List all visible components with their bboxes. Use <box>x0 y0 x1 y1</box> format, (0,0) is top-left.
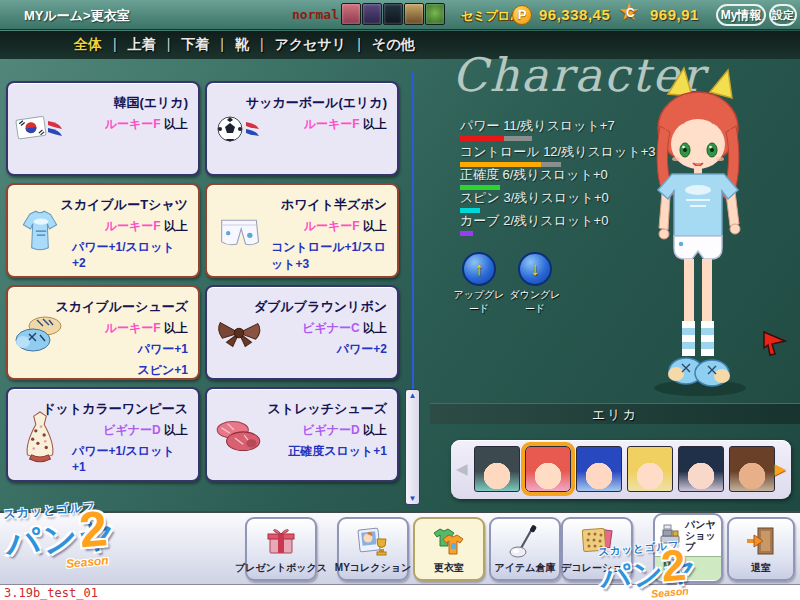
down-arrow-icon: ↓ <box>518 252 552 286</box>
bottom-navigation-bar: プレゼントボックス MYコレクション <box>0 511 800 584</box>
item-stats: コントロール+1/スロット+3 <box>271 239 387 270</box>
version-label: 3.19b_test_01 <box>4 586 98 600</box>
blue-shoes-icon <box>11 303 69 363</box>
collection-icon <box>355 524 391 562</box>
wardrobe-screen: MYルーム>更衣室 normal セミプロA P 96,338,45 ★C 96… <box>0 0 800 600</box>
item-title: ダブルブラウンリボン <box>254 298 387 316</box>
gift-icon <box>263 524 299 562</box>
item-list: 韓国(エリカ) ルーキーF 以上 サッカーボール(エリカ) ルーキーF 以上 <box>6 81 402 482</box>
strip-right-arrow-icon[interactable]: ▶ <box>774 460 786 478</box>
character-name-bar: エリカ <box>430 403 800 424</box>
breadcrumb: MYルーム>更衣室 <box>24 7 130 25</box>
tab-shoes[interactable]: 靴 <box>209 36 249 54</box>
exit-button[interactable]: 退室 <box>727 517 795 581</box>
avatar-bird-mascot <box>404 3 424 25</box>
top-status-bar: MYルーム>更衣室 normal セミプロA P 96,338,45 ★C 96… <box>0 0 800 30</box>
tab-all[interactable]: 全体 <box>74 36 102 54</box>
avatar-melon-mascot <box>425 3 445 25</box>
avatar-pink-girl <box>341 3 361 25</box>
character-thumb[interactable] <box>729 446 775 492</box>
item-card-stretch-shoes[interactable]: ストレッチシューズ ビギナーD 以上 正確度スロット+1 <box>205 387 399 482</box>
item-rank-requirement: ルーキーF 以上 <box>105 116 188 133</box>
item-stats: パワー+1/スロット+1 <box>72 443 188 474</box>
item-card-skyblue-shoes[interactable]: スカイブルーシューズ ルーキーF 以上 パワー+1 スピン+1 <box>6 285 200 380</box>
up-arrow-icon: ↑ <box>462 252 496 286</box>
downgrade-button[interactable]: ↓ ダウングレード <box>506 252 564 316</box>
item-card-dot-dress[interactable]: ドットカラーワンピース ビギナーD 以上 パワー+1/スロット+1 <box>6 387 200 482</box>
scroll-up-icon[interactable]: ▲ <box>407 391 418 400</box>
red-shoes-icon <box>210 405 268 465</box>
my-info-button[interactable]: My情報 <box>716 4 766 26</box>
decoration-icon <box>579 524 615 562</box>
item-card-brown-ribbon[interactable]: ダブルブラウンリボン ビギナーC 以上 パワー+2 <box>205 285 399 380</box>
decoration-button[interactable]: デコレーション <box>561 517 633 581</box>
korea-flag-icon <box>11 99 69 159</box>
tab-others[interactable]: その他 <box>346 36 414 54</box>
scroll-down-icon[interactable]: ▼ <box>407 494 418 503</box>
item-card-soccer-ball[interactable]: サッカーボール(エリカ) ルーキーF 以上 <box>205 81 399 176</box>
item-rank-requirement: ルーキーF 以上 <box>105 320 188 337</box>
tshirt-icon <box>11 201 69 261</box>
pang-amount: 96,338,45 <box>539 6 610 23</box>
pangya-shop-button[interactable]: パンヤ ショップ MY <box>653 513 723 583</box>
item-title: ホワイト半ズボン <box>281 196 387 214</box>
tab-tops[interactable]: 上着 <box>102 36 156 54</box>
wardrobe-icon <box>431 524 467 562</box>
item-storage-button[interactable]: アイテム倉庫 <box>489 517 561 581</box>
item-title: 韓国(エリカ) <box>113 94 188 112</box>
scrollbar-track[interactable] <box>412 72 414 390</box>
character-thumb[interactable] <box>678 446 724 492</box>
upgrade-button[interactable]: ↑ アップグレード <box>450 252 508 316</box>
item-title: スカイブルーシューズ <box>56 298 188 316</box>
item-card-white-shorts[interactable]: ホワイト半ズボン ルーキーF 以上 コントロール+1/スロット+3 <box>205 183 399 278</box>
item-stats: パワー+2 <box>337 341 387 358</box>
item-stats: パワー+1 <box>138 341 188 358</box>
item-stats: 正確度スロット+1 <box>288 443 387 460</box>
item-rank-requirement: ビギナーC 以上 <box>302 320 387 337</box>
character-thumb[interactable] <box>576 446 622 492</box>
character-thumb-selected[interactable] <box>525 446 571 492</box>
shorts-icon <box>210 201 268 261</box>
pang-coin-icon: P <box>512 5 532 25</box>
item-rank-requirement: ルーキーF 以上 <box>304 116 387 133</box>
cookie-coin-icon: ★C <box>618 1 644 27</box>
settings-button[interactable]: 設定 <box>769 4 797 26</box>
scrollbar[interactable]: ▲ ▼ <box>405 389 420 505</box>
avatar-dark-caddie <box>383 3 403 25</box>
item-stats: パワー+1/スロット+2 <box>72 239 188 270</box>
tab-accessory[interactable]: アクセサリ <box>249 36 346 54</box>
my-collection-button[interactable]: MYコレクション <box>337 517 409 581</box>
present-box-button[interactable]: プレゼントボックス <box>245 517 317 581</box>
item-card-skyblue-tshirt[interactable]: スカイブルーTシャツ ルーキーF 以上 パワー+1/スロット+2 <box>6 183 200 278</box>
item-rank-requirement: ビギナーD 以上 <box>103 422 188 439</box>
wardrobe-button[interactable]: 更衣室 <box>413 517 485 581</box>
shop-register-icon <box>658 522 682 550</box>
soccer-ball-icon <box>210 99 268 159</box>
item-rank-requirement: ルーキーF 以上 <box>105 218 188 235</box>
avatar-purple-caddie <box>362 3 382 25</box>
mouse-cursor-icon <box>762 328 788 360</box>
item-card-korea-flag[interactable]: 韓国(エリカ) ルーキーF 以上 <box>6 81 200 176</box>
item-rank-requirement: ビギナーD 以上 <box>302 422 387 439</box>
player-rank-badge: セミプロA <box>461 8 519 25</box>
dress-icon <box>11 405 69 465</box>
tab-bottoms[interactable]: 下着 <box>156 36 210 54</box>
strip-left-arrow-icon[interactable]: ◀ <box>456 460 468 478</box>
status-bar: 3.19b_test_01 <box>0 584 800 600</box>
character-thumb[interactable] <box>627 446 673 492</box>
ribbon-icon <box>210 303 268 363</box>
cookie-amount: 969,91 <box>650 6 699 23</box>
character-select-strip: ◀ ▶ <box>451 440 791 499</box>
mode-label: normal <box>292 7 339 22</box>
character-thumb[interactable] <box>474 446 520 492</box>
item-storage-icon <box>507 524 543 562</box>
my-shop-sub-button[interactable]: MY <box>655 556 721 580</box>
item-title: スカイブルーTシャツ <box>61 196 188 214</box>
exit-door-icon <box>743 524 779 562</box>
item-title: ストレッチシューズ <box>268 400 387 418</box>
item-rank-requirement: ルーキーF 以上 <box>304 218 387 235</box>
